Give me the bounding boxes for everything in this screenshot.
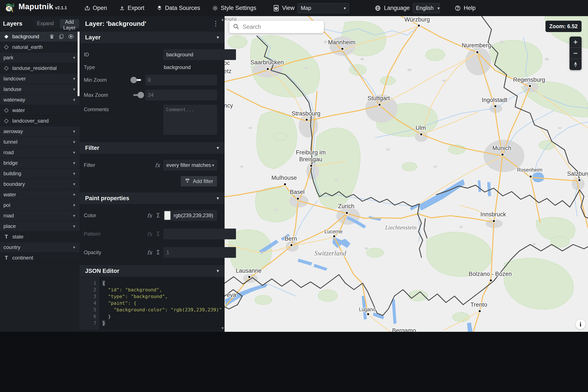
pattern-field[interactable] — [163, 228, 236, 239]
min-zoom-field[interactable] — [145, 74, 217, 85]
chevron-down-icon: ▾ — [73, 129, 75, 134]
sidebar-item-continent[interactable]: T continent — [0, 253, 79, 263]
layers-title: Layers — [3, 20, 22, 27]
attribution-info-button[interactable]: i — [576, 319, 586, 329]
gear-icon — [212, 5, 218, 11]
maputnik-app: Maputnik v2.1.1 Open Export Data Sourc — [0, 0, 588, 392]
city-dot — [305, 119, 308, 121]
max-zoom-field[interactable] — [145, 90, 217, 100]
layers-sidebar: Layers Expand Add Layer background natur… — [0, 16, 79, 332]
map-labels: WürzburgMannheimNurembergSaarbrückenetzR… — [225, 16, 588, 332]
expression-fx-icon[interactable]: fx — [155, 162, 160, 168]
sidebar-group-aeroway[interactable]: aeroway▾ — [0, 126, 79, 137]
sidebar-group-water[interactable]: water▾ — [0, 190, 79, 200]
min-zoom-slider[interactable] — [133, 79, 141, 81]
filter-combinator-select[interactable]: every filter matches ▾ — [163, 160, 217, 170]
export-button[interactable]: Export — [119, 5, 144, 12]
section-layer[interactable]: Layer ▾ — [79, 31, 225, 44]
style-settings-button[interactable]: Style Settings — [212, 5, 256, 12]
map-canvas[interactable]: WürzburgMannheimNurembergSaarbrückenetzR… — [225, 16, 588, 332]
expression-fx-icon[interactable]: fx — [147, 212, 152, 219]
color-swatch[interactable] — [164, 211, 170, 220]
sidebar-group-road[interactable]: road▾ — [0, 147, 79, 158]
expression-fx-icon[interactable]: fx — [147, 250, 152, 256]
kebab-menu-icon[interactable]: ⋮ — [213, 20, 219, 27]
view-select[interactable]: Map ▾ — [297, 3, 349, 13]
sidebar-group-tunnel[interactable]: tunnel▾ — [0, 137, 79, 147]
sidebar-group-waterway[interactable]: waterway▾ — [0, 94, 79, 105]
section-filter-body: Filter fx every filter matches ▾ Add fil… — [79, 154, 225, 192]
type-value: background — [163, 64, 217, 70]
city-dot — [490, 279, 492, 282]
map-label: Zurich — [338, 203, 354, 210]
sidebar-group-building[interactable]: building▾ — [0, 168, 79, 179]
sidebar-group-bridge[interactable]: bridge▾ — [0, 158, 79, 168]
language-group: Language English ▾ — [375, 3, 439, 13]
opacity-field[interactable] — [163, 247, 236, 258]
sidebar-group-park[interactable]: park▾ — [0, 52, 79, 63]
city-dot — [378, 104, 381, 106]
layers-diamond-icon — [156, 5, 162, 11]
id-label: ID — [84, 52, 133, 58]
chevron-down-icon: ▾ — [73, 224, 75, 229]
slider-handle[interactable] — [138, 92, 144, 98]
json-line-numbers: 1 2 3 4 5 6 7 — [79, 277, 99, 330]
open-button[interactable]: Open — [84, 5, 107, 12]
add-layer-button[interactable]: Add Layer — [60, 19, 79, 28]
zoom-function-icon[interactable]: Σ — [156, 212, 160, 219]
zoom-in-button[interactable]: + — [570, 36, 582, 48]
sidebar-item-natural-earth[interactable]: natural_earth — [0, 42, 79, 52]
max-zoom-slider[interactable] — [133, 94, 141, 96]
search-input[interactable] — [242, 24, 320, 30]
sidebar-item-background[interactable]: background — [0, 32, 79, 42]
top-toolbar: Maputnik v2.1.1 Open Export Data Sourc — [0, 0, 588, 16]
id-field[interactable] — [163, 49, 236, 60]
chevron-down-icon: ▾ — [73, 202, 75, 208]
json-editor[interactable]: 1 2 3 4 5 6 7 { "id": "background", "typ… — [79, 277, 225, 330]
sidebar-item-landcover-sand[interactable]: landcover_sand — [0, 116, 79, 126]
sidebar-group-road-2[interactable]: road▾ — [0, 210, 79, 221]
language-select[interactable]: English ▾ — [413, 3, 440, 13]
help-button[interactable]: Help — [455, 5, 476, 12]
map-label: Liechtenstein — [385, 224, 417, 231]
zoom-function-icon[interactable]: Σ — [156, 249, 160, 256]
slider-handle[interactable] — [130, 77, 137, 83]
sidebar-group-poi[interactable]: poi▾ — [0, 200, 79, 210]
comments-field[interactable] — [163, 105, 217, 135]
city-dot — [341, 48, 343, 50]
sidebar-scrollbar[interactable] — [78, 32, 79, 96]
maputnik-logo-icon — [4, 2, 15, 14]
visibility-eye-icon[interactable] — [68, 34, 74, 40]
sidebar-group-boundary[interactable]: boundary▾ — [0, 179, 79, 190]
map-search[interactable] — [229, 21, 324, 33]
layers-header: Layers Expand Add Layer — [0, 16, 79, 32]
open-label: Open — [93, 5, 107, 12]
map-label: Munich — [492, 145, 511, 152]
help-icon — [455, 5, 461, 11]
zoom-out-button[interactable]: − — [570, 48, 582, 59]
compass-button[interactable]: ▲▼ — [570, 59, 582, 70]
sidebar-group-country[interactable]: country▾ — [0, 242, 79, 253]
add-filter-button[interactable]: Add filter — [181, 176, 217, 186]
color-field[interactable] — [163, 210, 217, 221]
diamond-outline-icon — [3, 108, 9, 113]
expand-button[interactable]: Expand — [33, 19, 57, 28]
sidebar-group-place[interactable]: place▾ — [0, 221, 79, 232]
sidebar-group-landcover[interactable]: landcover▾ — [0, 74, 79, 84]
section-json-editor[interactable]: JSON Editor ▾ — [79, 265, 225, 277]
section-paint-properties[interactable]: Paint properties ▾ — [79, 192, 225, 204]
sidebar-item-water[interactable]: water — [0, 105, 79, 116]
sidebar-item-state[interactable]: T state — [0, 232, 79, 242]
chevron-down-icon: ▾ — [217, 196, 219, 201]
delete-layer-icon[interactable] — [49, 34, 55, 39]
scroll-up-icon[interactable]: ▲ — [221, 18, 224, 22]
section-filter[interactable]: Filter ▾ — [79, 142, 225, 154]
sidebar-group-landuse[interactable]: landuse▾ — [0, 84, 79, 94]
sidebar-item-landuse-residential[interactable]: landuse_residential — [0, 63, 79, 74]
scroll-down-icon[interactable]: ▼ — [221, 326, 224, 330]
city-dot — [267, 68, 269, 70]
data-sources-button[interactable]: Data Sources — [156, 5, 200, 12]
json-code[interactable]: { "id": "background", "type": "backgroun… — [99, 277, 225, 330]
panel-scrollbar[interactable]: ▲ ▼ — [222, 16, 225, 332]
duplicate-layer-icon[interactable] — [58, 34, 64, 39]
